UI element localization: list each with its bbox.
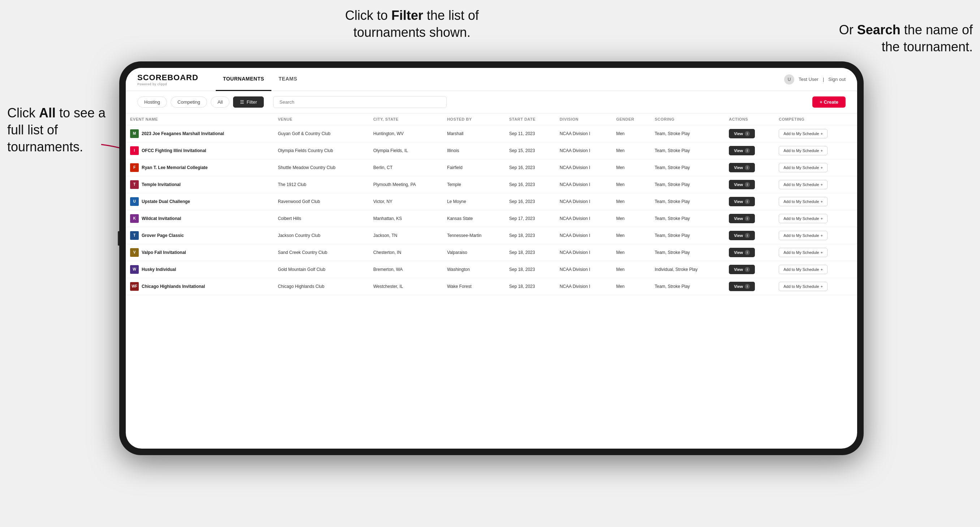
nav-right: U Test User | Sign out <box>784 75 846 84</box>
event-name-cell-1: I OFCC Fighting Illini Invitational <box>126 142 274 159</box>
view-button-7[interactable]: View i <box>729 248 755 257</box>
competing-cell-1: Add to My Schedule + <box>775 142 857 159</box>
add-to-schedule-button-3[interactable]: Add to My Schedule + <box>779 180 827 189</box>
competing-cell-9: Add to My Schedule + <box>775 278 857 295</box>
toolbar: Hosting Competing All ☰ Filter + Create <box>126 91 857 113</box>
scoring-cell-6: Team, Stroke Play <box>651 227 724 244</box>
start-date-cell-1: Sep 15, 2023 <box>505 142 555 159</box>
city-state-cell-2: Berlin, CT <box>369 159 443 176</box>
hosted-by-cell-2: Fairfield <box>443 159 505 176</box>
event-title-9: Chicago Highlands Invitational <box>142 284 205 290</box>
competing-cell-7: Add to My Schedule + <box>775 244 857 261</box>
plus-icon-7: + <box>821 250 823 255</box>
event-title-5: Wildcat Invitational <box>142 216 181 222</box>
sign-out-link[interactable]: Sign out <box>828 76 846 82</box>
table-row: F Ryan T. Lee Memorial Collegiate Shuttl… <box>126 159 857 176</box>
view-button-6[interactable]: View i <box>729 231 755 240</box>
event-title-6: Grover Page Classic <box>142 233 184 239</box>
venue-cell-2: Shuttle Meadow Country Club <box>274 159 369 176</box>
venue-cell-4: Ravenwood Golf Club <box>274 193 369 210</box>
view-button-0[interactable]: View i <box>729 129 755 138</box>
gender-cell-5: Men <box>612 210 651 227</box>
event-name-cell-4: U Upstate Dual Challenge <box>126 193 274 210</box>
event-title-1: OFCC Fighting Illini Invitational <box>142 148 206 154</box>
view-button-3[interactable]: View i <box>729 180 755 189</box>
nav-link-teams[interactable]: TEAMS <box>271 68 305 91</box>
table-row: K Wildcat Invitational Colbert Hills Man… <box>126 210 857 227</box>
division-cell-5: NCAA Division I <box>555 210 612 227</box>
gender-cell-9: Men <box>612 278 651 295</box>
start-date-cell-6: Sep 18, 2023 <box>505 227 555 244</box>
col-division: DIVISION <box>555 113 612 125</box>
logo-sub: Powered by clippd <box>137 83 198 86</box>
add-to-schedule-button-0[interactable]: Add to My Schedule + <box>779 129 827 138</box>
view-button-9[interactable]: View i <box>729 282 755 291</box>
tab-hosting[interactable]: Hosting <box>137 97 167 108</box>
competing-cell-3: Add to My Schedule + <box>775 176 857 193</box>
venue-cell-7: Sand Creek Country Club <box>274 244 369 261</box>
start-date-cell-5: Sep 17, 2023 <box>505 210 555 227</box>
view-button-4[interactable]: View i <box>729 197 755 206</box>
create-button[interactable]: + Create <box>812 97 846 108</box>
add-to-schedule-button-7[interactable]: Add to My Schedule + <box>779 248 827 257</box>
filter-button[interactable]: ☰ Filter <box>233 97 264 108</box>
table-row: M 2023 Joe Feaganes Marshall Invitationa… <box>126 125 857 142</box>
add-to-schedule-button-5[interactable]: Add to My Schedule + <box>779 214 827 223</box>
division-cell-8: NCAA Division I <box>555 261 612 278</box>
team-logo-2: F <box>130 163 139 172</box>
division-cell-9: NCAA Division I <box>555 278 612 295</box>
col-venue: VENUE <box>274 113 369 125</box>
view-button-1[interactable]: View i <box>729 146 755 155</box>
col-event-name: EVENT NAME <box>126 113 274 125</box>
add-to-schedule-button-6[interactable]: Add to My Schedule + <box>779 231 827 240</box>
add-to-schedule-button-8[interactable]: Add to My Schedule + <box>779 265 827 274</box>
view-button-8[interactable]: View i <box>729 265 755 274</box>
view-button-5[interactable]: View i <box>729 214 755 223</box>
add-to-schedule-button-9[interactable]: Add to My Schedule + <box>779 282 827 291</box>
annotation-top: Click to Filter the list of tournaments … <box>311 7 513 41</box>
table-row: T Temple Invitational The 1912 Club Plym… <box>126 176 857 193</box>
gender-cell-7: Men <box>612 244 651 261</box>
event-name-cell-8: W Husky Individual <box>126 261 274 278</box>
actions-cell-4: View i <box>724 193 775 210</box>
gender-cell-2: Men <box>612 159 651 176</box>
actions-cell-1: View i <box>724 142 775 159</box>
division-cell-6: NCAA Division I <box>555 227 612 244</box>
actions-cell-3: View i <box>724 176 775 193</box>
annotation-right: Or Search the name of the tournament. <box>835 22 973 56</box>
competing-cell-6: Add to My Schedule + <box>775 227 857 244</box>
view-button-2[interactable]: View i <box>729 163 755 172</box>
scoring-cell-1: Team, Stroke Play <box>651 142 724 159</box>
info-icon-1: i <box>745 148 750 153</box>
tab-all[interactable]: All <box>211 97 229 108</box>
tab-competing[interactable]: Competing <box>170 97 207 108</box>
plus-icon-1: + <box>821 148 823 153</box>
scoring-cell-8: Individual, Stroke Play <box>651 261 724 278</box>
city-state-cell-9: Westchester, IL <box>369 278 443 295</box>
info-icon-3: i <box>745 182 750 187</box>
event-title-2: Ryan T. Lee Memorial Collegiate <box>142 165 208 171</box>
add-to-schedule-button-1[interactable]: Add to My Schedule + <box>779 146 827 155</box>
search-input[interactable] <box>273 96 447 108</box>
hosted-by-cell-4: Le Moyne <box>443 193 505 210</box>
add-to-schedule-button-2[interactable]: Add to My Schedule + <box>779 163 827 172</box>
col-competing: COMPETING <box>775 113 857 125</box>
scoring-cell-2: Team, Stroke Play <box>651 159 724 176</box>
team-logo-8: W <box>130 265 139 274</box>
event-title-7: Valpo Fall Invitational <box>142 249 186 256</box>
venue-cell-6: Jackson Country Club <box>274 227 369 244</box>
tablet-screen: SCOREBOARD Powered by clippd TOURNAMENTS… <box>126 68 857 449</box>
event-title-8: Husky Individual <box>142 267 176 273</box>
start-date-cell-0: Sep 11, 2023 <box>505 125 555 142</box>
event-title-4: Upstate Dual Challenge <box>142 198 190 205</box>
nav-link-tournaments[interactable]: TOURNAMENTS <box>216 68 271 91</box>
team-logo-5: K <box>130 214 139 223</box>
actions-cell-0: View i <box>724 125 775 142</box>
table-row: I OFCC Fighting Illini Invitational Olym… <box>126 142 857 159</box>
competing-cell-4: Add to My Schedule + <box>775 193 857 210</box>
info-icon-5: i <box>745 216 750 221</box>
hosted-by-cell-6: Tennessee-Martin <box>443 227 505 244</box>
add-to-schedule-button-4[interactable]: Add to My Schedule + <box>779 197 827 206</box>
plus-icon-4: + <box>821 199 823 204</box>
info-icon-7: i <box>745 250 750 255</box>
